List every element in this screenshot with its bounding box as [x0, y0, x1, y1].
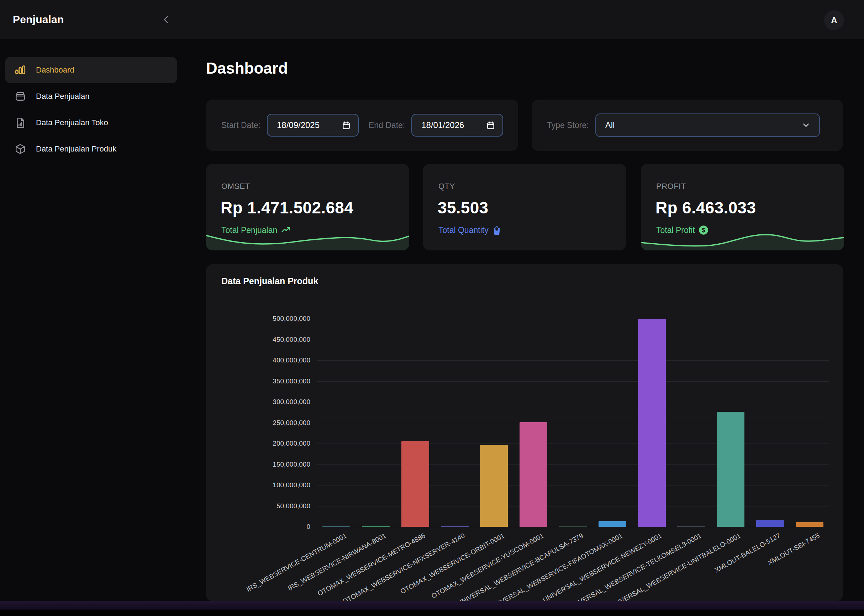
type-store-label: Type Store:	[547, 121, 589, 130]
y-tick-label: 50,000,000	[277, 502, 310, 510]
sidebar-item-label: Dashboard	[36, 66, 74, 75]
bar-UNIVERSAL_WEBSERVICE-UNITBALELO-0001[interactable]	[717, 412, 744, 527]
chevron-left-icon	[161, 14, 172, 25]
topbar: Penjualan A	[0, 0, 864, 39]
omset-card: OMSET Rp 1.471.502.684 Total Penjualan	[206, 164, 409, 250]
date-filter-card: Start Date: 18/09/2025 End Date: 18/01/2…	[206, 100, 518, 151]
gridline	[317, 339, 829, 340]
y-tick-label: 200,000,000	[272, 440, 310, 448]
y-tick-label: 0	[306, 523, 310, 531]
chart-x-axis: IRS_WEBSERVICE-CENTRUM-0001IRS_WEBSERVIC…	[317, 532, 829, 601]
chart-card: Data Penjualan Produk 050,000,000100,000…	[206, 264, 843, 601]
bar-chart-icon	[14, 64, 27, 77]
stat-label: QTY	[438, 182, 455, 191]
y-tick-label: 100,000,000	[272, 481, 310, 489]
stat-value: Rp 6.463.033	[655, 198, 756, 217]
gridline	[317, 319, 829, 319]
y-tick-label: 350,000,000	[272, 377, 310, 385]
gridline	[317, 443, 829, 444]
sidebar-item-label: Data Penjualan Produk	[36, 145, 116, 154]
gridline	[317, 360, 829, 361]
y-tick-label: 450,000,000	[272, 336, 310, 344]
shopping-bag-icon	[492, 225, 501, 235]
gridline	[317, 485, 829, 486]
calendar-icon	[486, 121, 495, 130]
gridline	[317, 381, 829, 382]
gridline	[317, 506, 829, 506]
sparkline	[641, 230, 844, 250]
divider	[206, 299, 843, 299]
type-store-value: All	[605, 120, 615, 130]
page-title: Dashboard	[206, 60, 288, 77]
y-tick-label: 150,000,000	[272, 460, 310, 468]
sidebar-collapse-button[interactable]	[158, 12, 174, 27]
end-date-value: 18/01/2026	[421, 120, 464, 130]
stat-sub-label: Total Quantity	[438, 225, 489, 235]
stat-value: 35.503	[438, 198, 489, 217]
y-tick-label: 250,000,000	[272, 419, 310, 427]
sidebar: Dashboard Data Penjualan Data Penjualan …	[0, 39, 205, 601]
chart-y-axis: 050,000,000100,000,000150,000,000200,000…	[206, 319, 310, 527]
bar-XMLOUT-SBI-7455[interactable]	[796, 522, 823, 527]
end-date-label: End Date:	[369, 121, 405, 130]
start-date-input[interactable]: 18/09/2025	[267, 114, 359, 137]
gridline	[317, 423, 829, 423]
bar-XMLOUT-BALELO-5127[interactable]	[756, 520, 784, 527]
bar-UNIVERSAL_WEBSERVICE-TELKOMSEL3-0001[interactable]	[677, 526, 705, 527]
bar-OTOMAX_WEBSERVICE-METRO-4886[interactable]	[401, 441, 429, 527]
bar-UNIVERSAL_WEBSERVICE-BCAPULSA-7379[interactable]	[559, 526, 587, 527]
chart-title: Data Penjualan Produk	[221, 276, 318, 286]
package-icon	[14, 143, 27, 156]
bar-OTOMAX_WEBSERVICE-YUSCOM-0001[interactable]	[519, 422, 547, 527]
bar-UNIVERSAL_WEBSERVICE-FIFAOTOMAX-0001[interactable]	[598, 521, 626, 527]
stat-label: OMSET	[221, 182, 250, 191]
sidebar-item-data-penjualan-produk[interactable]: Data Penjualan Produk	[5, 136, 177, 162]
bar-IRS_WEBSERVICE-NIRWANA-8001[interactable]	[362, 526, 390, 527]
x-tick-label: XMLOUT-BALELO-5127	[713, 532, 782, 574]
y-tick-label: 500,000,000	[272, 315, 310, 322]
bar-IRS_WEBSERVICE-CENTRUM-0001[interactable]	[323, 526, 350, 527]
sidebar-item-dashboard[interactable]: Dashboard	[5, 57, 177, 83]
gridline	[317, 465, 829, 465]
bottom-gradient-band	[0, 601, 864, 610]
stat-value: Rp 1.471.502.684	[220, 198, 353, 217]
archive-icon	[14, 90, 27, 103]
sidebar-item-label: Data Penjualan	[36, 92, 89, 101]
start-date-label: Start Date:	[221, 121, 260, 130]
store-filter-card: Type Store: All	[532, 100, 843, 151]
sidebar-item-label: Data Penjualan Toko	[36, 118, 108, 127]
profit-card: PROFIT Rp 6.463.033 Total Profit $	[641, 164, 844, 250]
bar-OTOMAX_WEBSERVICE-NFXSERVER-4140[interactable]	[441, 526, 469, 527]
app-title: Penjualan	[13, 14, 64, 26]
gridline	[317, 527, 829, 527]
chevron-down-icon	[801, 121, 810, 130]
bar-OTOMAX_WEBSERVICE-ORBIT-0001[interactable]	[480, 445, 508, 527]
calendar-icon	[342, 121, 351, 130]
stat-label: PROFIT	[656, 182, 686, 191]
file-chart-icon	[14, 116, 27, 129]
y-tick-label: 400,000,000	[272, 357, 310, 364]
y-tick-label: 300,000,000	[272, 398, 310, 406]
start-date-value: 18/09/2025	[277, 120, 319, 130]
avatar-initial: A	[831, 15, 837, 25]
bottom-black-band	[0, 610, 864, 616]
qty-card: QTY 35.503 Total Quantity	[423, 164, 626, 250]
sidebar-item-data-penjualan[interactable]: Data Penjualan	[5, 83, 177, 110]
sidebar-item-data-penjualan-toko[interactable]: Data Penjualan Toko	[5, 110, 177, 136]
bar-UNIVERSAL_WEBSERVICE-NEWEZY-0001[interactable]	[638, 319, 666, 527]
end-date-input[interactable]: 18/01/2026	[411, 114, 503, 137]
type-store-select[interactable]: All	[595, 113, 820, 137]
sparkline	[206, 230, 409, 250]
avatar[interactable]: A	[824, 10, 844, 30]
chart-plot	[317, 319, 829, 527]
